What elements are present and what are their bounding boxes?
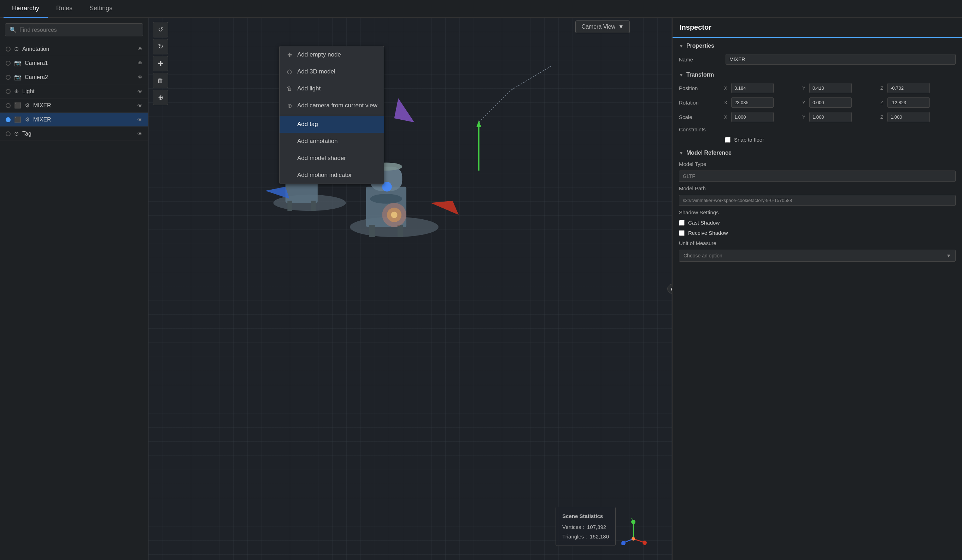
position-z-input[interactable] <box>888 83 930 93</box>
chevron-icon: ▼ <box>679 72 683 78</box>
section-transform[interactable]: ▼ Transform <box>673 67 962 81</box>
menu-item-label: Add empty node <box>297 51 341 58</box>
transform-button[interactable]: ⊕ <box>153 90 168 105</box>
position-y-input[interactable] <box>809 83 852 93</box>
context-add-model-shader[interactable]: Add model shader <box>279 150 384 167</box>
rotation-label: Rotation <box>679 100 722 106</box>
visibility-icon[interactable]: 👁 <box>137 60 142 66</box>
model-path-label: Model Path <box>679 185 722 191</box>
context-add-3d-model[interactable]: ⬡ Add 3D model <box>279 63 384 80</box>
cast-shadow-checkbox[interactable] <box>679 220 684 225</box>
model-path-value: s3://twinmaker-workspace-cookiefactory-9… <box>679 195 956 206</box>
section-label: Properties <box>686 43 714 49</box>
chevron-icon: ▼ <box>679 43 683 49</box>
context-add-camera[interactable]: ⊕ Add camera from current view <box>279 97 384 114</box>
name-label: Name <box>679 56 722 63</box>
rotation-y-input[interactable] <box>809 97 852 108</box>
visibility-icon[interactable]: 👁 <box>137 103 142 108</box>
section-label: Transform <box>686 72 714 78</box>
scale-x-input[interactable] <box>731 112 774 122</box>
model-type-label: Model Type <box>679 161 722 167</box>
item-label: Annotation <box>22 46 134 52</box>
viewport-toolbar: ↺ ↻ ✚ 🗑 ⊕ <box>153 22 168 105</box>
search-input[interactable] <box>19 27 139 33</box>
context-add-annotation[interactable]: Add annotation <box>279 133 384 150</box>
model-icon: ⬛ <box>14 102 21 109</box>
list-item-annotation[interactable]: ⊙ Annotation 👁 <box>0 42 148 56</box>
svg-point-38 <box>631 537 635 541</box>
snap-to-floor-checkbox[interactable] <box>725 137 731 143</box>
visibility-icon[interactable]: 👁 <box>137 89 142 94</box>
name-input[interactable] <box>726 54 956 64</box>
tab-hierarchy[interactable]: Hierarchy <box>3 0 48 18</box>
svg-text:Y: Y <box>631 518 633 521</box>
menu-item-label: Add light <box>297 85 321 92</box>
scale-z-input[interactable] <box>888 112 930 122</box>
list-item-mixer1[interactable]: ⬛ ⚙ MIXER 👁 <box>0 98 148 113</box>
active-indicator <box>6 89 11 94</box>
stats-title: Scene Statistics <box>562 511 609 521</box>
svg-text:Z: Z <box>621 542 623 546</box>
menu-item-label: Add model shader <box>297 154 346 162</box>
rotation-x-input[interactable] <box>731 97 774 108</box>
menu-item-label: Add motion indicator <box>297 172 352 179</box>
light-icon: ✳ <box>14 88 19 95</box>
tab-rules[interactable]: Rules <box>48 0 81 18</box>
add-button[interactable]: ✚ <box>153 56 168 71</box>
svg-text:X: X <box>644 542 646 546</box>
rotation-z-input[interactable] <box>888 97 930 108</box>
menu-divider <box>279 115 384 115</box>
x-axis-label: X <box>724 100 730 105</box>
scale-x-field: X <box>724 112 799 122</box>
position-x-input[interactable] <box>731 83 774 93</box>
context-menu: ✚ Add empty node ⬡ Add 3D model 🗑 Add li… <box>279 46 384 184</box>
unit-select[interactable]: Choose an option ▼ <box>679 249 956 262</box>
scale-y-input[interactable] <box>809 112 852 122</box>
item-label: MIXER <box>33 102 134 109</box>
section-properties[interactable]: ▼ Properties <box>673 38 962 52</box>
visibility-icon[interactable]: 👁 <box>137 74 142 80</box>
visibility-icon[interactable]: 👁 <box>137 131 142 137</box>
plus-icon: ✚ <box>286 51 293 58</box>
constraints-row: Constraints <box>673 124 962 135</box>
cast-shadow-label: Cast Shadow <box>688 220 720 225</box>
position-y-field: Y <box>802 83 878 93</box>
unit-of-measure-label: Unit of Measure <box>679 240 722 246</box>
model-icon: ⬛ <box>14 116 21 123</box>
camera-icon: 📷 <box>14 74 21 80</box>
list-item-mixer2[interactable]: ⬛ ⚙ MIXER 👁 <box>0 113 148 127</box>
visibility-icon[interactable]: 👁 <box>137 117 142 122</box>
y-axis-label: Y <box>802 114 808 120</box>
delete-button[interactable]: 🗑 <box>153 73 168 88</box>
scale-row: Scale X Y Z <box>673 110 962 124</box>
redo-button[interactable]: ↻ <box>153 39 168 55</box>
item-label: Light <box>22 88 134 95</box>
visibility-icon[interactable]: 👁 <box>137 46 142 52</box>
item-label: Camera2 <box>25 74 134 80</box>
receive-shadow-row: Receive Shadow <box>673 228 962 238</box>
z-axis-label: Z <box>880 100 886 105</box>
active-indicator <box>6 117 11 122</box>
tab-settings[interactable]: Settings <box>81 0 121 18</box>
receive-shadow-checkbox[interactable] <box>679 230 684 236</box>
context-add-light[interactable]: 🗑 Add light <box>279 80 384 97</box>
context-add-empty-node[interactable]: ✚ Add empty node <box>279 46 384 63</box>
tag-icon: ⊙ <box>14 130 19 137</box>
annotation-icon: ⊙ <box>14 45 19 52</box>
list-item-camera2[interactable]: 📷 Camera2 👁 <box>0 70 148 84</box>
right-panel: Inspector ▼ Properties Name ▼ Transform … <box>672 18 962 560</box>
scale-z-field: Z <box>880 112 956 122</box>
context-add-tag[interactable]: Add tag <box>279 116 384 133</box>
camera-view-button[interactable]: Camera View ▼ <box>575 21 630 33</box>
vertices-row: Vertices : 107,892 <box>562 522 609 532</box>
section-label: Model Reference <box>686 150 731 156</box>
list-item-light[interactable]: ✳ Light 👁 <box>0 84 148 98</box>
section-model-reference[interactable]: ▼ Model Reference <box>673 145 962 159</box>
undo-button[interactable]: ↺ <box>153 22 168 37</box>
camera-icon: 📷 <box>14 60 21 66</box>
item-label: Tag <box>22 130 134 137</box>
context-add-motion-indicator[interactable]: Add motion indicator <box>279 167 384 183</box>
model-type-value: GLTF <box>679 171 956 182</box>
list-item-tag[interactable]: ⊙ Tag 👁 <box>0 127 148 141</box>
list-item-camera1[interactable]: 📷 Camera1 👁 <box>0 56 148 70</box>
